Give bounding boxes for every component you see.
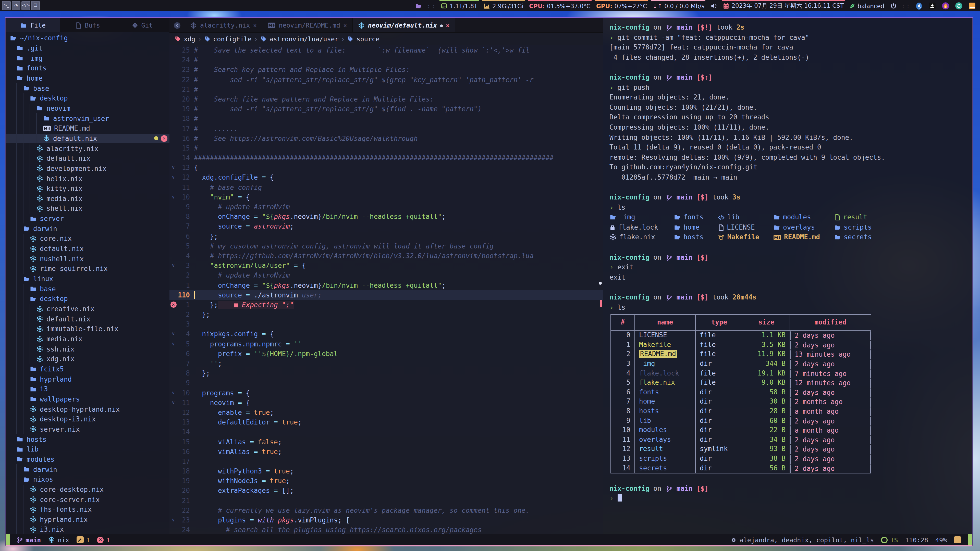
tree-item-darwin[interactable]: darwin [6,464,169,474]
tree-item-label: darwin [33,225,57,233]
indent-guides [6,334,36,344]
launcher-terminal-button[interactable]: >_ [2,1,11,10]
tree-item-server.nix[interactable]: server.nix [6,424,169,434]
tree-item-default.nix[interactable]: default.nix✕ [6,133,169,143]
tree-item-README.md[interactable]: README.md [6,124,169,133]
folder-icon [30,215,37,222]
tree-item-alacritty.nix[interactable]: alacritty.nix [6,143,169,153]
table-row: 12resultsymlink93 B2 days ago [611,445,871,454]
tree-item-i3[interactable]: i3 [6,384,169,394]
breadcrumb-item-configFile[interactable]: configFile [204,35,251,43]
tree-item-rime-squirrel.nix[interactable]: rime-squirrel.nix [6,264,169,274]
tree-item-development.nix[interactable]: development.nix [6,164,169,173]
explorer-tab-file[interactable]: File [6,18,60,32]
breadcrumb-item-astronvim/lua/user[interactable]: astronvim/lua/user [260,35,339,43]
close-buffer-button[interactable]: × [343,22,347,29]
tree-item-nushell.nix[interactable]: nushell.nix [6,254,169,264]
tree-item-linux[interactable]: linux [6,274,169,284]
terminal-blank-line [609,473,970,483]
close-buffer-button[interactable]: × [446,22,449,29]
tree-item-i3.nix[interactable]: i3.nix [6,524,169,534]
code-text: plugins = with pkgs.vimPlugins; [ [194,515,350,525]
tree-item-~/nix-config[interactable]: ~/nix-config [6,33,169,43]
breadcrumb-separator: › [198,35,201,43]
tree-item-default.nix[interactable]: default.nix [6,154,169,164]
tray-input-method[interactable] [967,0,977,11]
power-button[interactable] [889,0,897,11]
tree-item-desktop-i3.nix[interactable]: desktop-i3.nix [6,414,169,424]
code-area[interactable]: 25# Save the selected text to a file: `:… [169,45,603,534]
terminal-line: nix-config on main [$] took 28m44s [609,292,970,302]
tree-item-desktop-hyprland.nix[interactable]: desktop-hyprland.nix [6,404,169,414]
terminal-icon: >_ [3,3,9,8]
tree-item-desktop[interactable]: desktop [6,94,169,103]
code-line: ✕1 }; ■ Expecting ";" [169,300,603,310]
tree-item-hyprland.nix[interactable]: hyprland.nix [6,514,169,524]
tray-bluetooth[interactable] [914,0,924,11]
tree-item-lib[interactable]: lib [6,445,169,454]
tree-item-helix.nix[interactable]: helix.nix [6,173,169,183]
tree-item-fonts[interactable]: fonts [6,63,169,73]
volume-module[interactable] [709,0,718,11]
code-text: # Search key pattern and Replace in Mult… [194,65,410,75]
buffer-tab-alacritty.nix[interactable]: alacritty.nix× [185,18,262,32]
tree-item-hosts[interactable]: hosts [6,434,169,445]
nix-icon [30,526,37,533]
terminal-line: › ls [609,302,970,312]
tree-item-darwin[interactable]: darwin [6,224,169,233]
buffer-tab-neovim/README.md[interactable]: neovim/README.md× [262,18,352,32]
tree-item-neovim[interactable]: neovim [6,103,169,113]
tree-item-default.nix[interactable]: default.nix [6,244,169,254]
tree-item-kitty.nix[interactable]: kitty.nix [6,184,169,194]
tray-download[interactable] [928,0,937,11]
tree-item-base[interactable]: base [6,284,169,294]
tree-item-home[interactable]: home [6,73,169,83]
tree-item-astronvim_user[interactable]: astronvim_user [6,114,169,124]
tree-item-core.nix[interactable]: core.nix [6,233,169,244]
ls-entry-flake.lock: flake.lock [609,222,658,232]
buffer-tab-neovim/default.nix[interactable]: neovim/default.nix●× [352,18,455,32]
gpu-usage: 07%+27°C [614,2,647,10]
tree-item-fhs-fonts.nix[interactable]: fhs-fonts.nix [6,505,169,514]
launcher-code-button[interactable]: </> [21,1,30,10]
tree-item-immutable-file.nix[interactable]: immutable-file.nix [6,324,169,334]
launcher-display-button[interactable]: ❏ [31,1,40,10]
tree-item-label: alacritty.nix [46,144,99,152]
tree-item-desktop[interactable]: desktop [6,294,169,304]
tray-flameshot[interactable] [941,0,950,11]
code-text: neovim = { [194,398,250,408]
explorer-tab-git[interactable]: Git [115,18,169,32]
close-file-button[interactable]: ✕ [161,135,167,142]
launcher-browser-button[interactable]: ◔ [12,1,21,10]
tray-sync[interactable] [954,0,964,11]
close-buffer-button[interactable]: × [253,22,257,29]
indent-guides [6,445,16,454]
tree-item-xdg.nix[interactable]: xdg.nix [6,354,169,364]
lock-icon [609,224,616,231]
tree-item-creative.nix[interactable]: creative.nix [6,304,169,314]
indent-guides [6,103,36,113]
breadcrumb-item-source[interactable]: source [347,35,380,43]
tabbar-scroll-left-button[interactable] [169,22,185,29]
breadcrumb-item-xdg[interactable]: xdg [175,35,195,43]
clock-label: 2023年 07月 29日 星期六 16:16:11 CST [732,2,844,10]
tree-item-media.nix[interactable]: media.nix [6,194,169,203]
tree-item-_img[interactable]: _img [6,53,169,63]
tree-item-base[interactable]: base [6,83,169,94]
tree-item-hyprland[interactable]: hyprland [6,374,169,384]
tree-item-media.nix[interactable]: media.nix [6,334,169,344]
tree-item-core-desktop.nix[interactable]: core-desktop.nix [6,484,169,494]
tree-item-server[interactable]: server [6,214,169,224]
tree-item-default.nix[interactable]: default.nix [6,314,169,324]
tree-item-fcitx5[interactable]: fcitx5 [6,364,169,374]
tree-item-.git[interactable]: .git [6,43,169,53]
folder-open-icon [674,214,681,221]
tree-item-wallpapers[interactable]: wallpapers [6,394,169,404]
explorer-tab-bufs[interactable]: Bufs [60,18,115,32]
tree-item-modules[interactable]: modules [6,454,169,464]
tree-item-nixos[interactable]: nixos [6,475,169,484]
tree-item-ssh.nix[interactable]: ssh.nix [6,344,169,354]
tree-item-shell.nix[interactable]: shell.nix [6,203,169,213]
terminal-pane[interactable]: nix-config on main [$!] took 2s› git com… [603,18,972,534]
tree-item-core-server.nix[interactable]: core-server.nix [6,494,169,504]
